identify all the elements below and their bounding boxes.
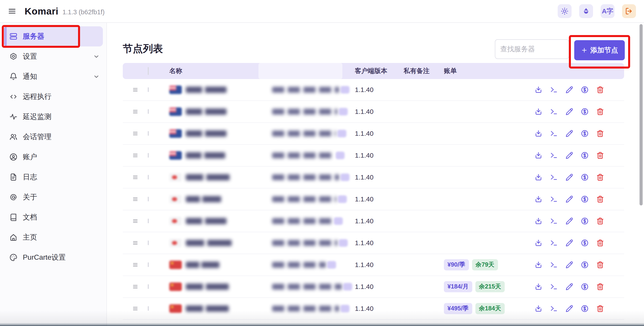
row-edit-button[interactable] bbox=[565, 151, 574, 160]
row-edit-button[interactable] bbox=[565, 261, 574, 269]
row-terminal-button[interactable] bbox=[550, 195, 558, 203]
row-edit-button[interactable] bbox=[565, 283, 574, 291]
row-checkbox[interactable] bbox=[148, 175, 149, 179]
row-download-button[interactable] bbox=[534, 107, 543, 116]
row-terminal-button[interactable] bbox=[550, 239, 558, 247]
row-download-button[interactable] bbox=[534, 86, 543, 94]
sidebar-item-home[interactable]: 主页 bbox=[4, 227, 103, 247]
column-header-private-note[interactable]: 私有备注 bbox=[404, 67, 444, 75]
drag-handle[interactable] bbox=[123, 108, 148, 115]
language-button[interactable]: A字 bbox=[600, 4, 614, 18]
row-terminal-button[interactable] bbox=[550, 129, 558, 138]
row-checkbox[interactable] bbox=[148, 219, 149, 223]
column-header-billing[interactable]: 账单 bbox=[444, 67, 531, 75]
sidebar-item-file-text[interactable]: 日志 bbox=[4, 167, 103, 187]
row-delete-button[interactable] bbox=[596, 304, 604, 313]
row-delete-button[interactable] bbox=[596, 239, 604, 247]
row-delete-button[interactable] bbox=[596, 151, 604, 160]
row-billing-button[interactable] bbox=[580, 304, 589, 313]
row-terminal-button[interactable] bbox=[550, 86, 558, 94]
row-delete-button[interactable] bbox=[596, 195, 604, 203]
row-delete-button[interactable] bbox=[596, 173, 604, 181]
add-node-button[interactable]: 添加节点 bbox=[574, 40, 625, 60]
drag-handle[interactable] bbox=[123, 240, 148, 246]
row-terminal-button[interactable] bbox=[550, 217, 558, 225]
row-download-button[interactable] bbox=[534, 283, 543, 291]
row-terminal-button[interactable] bbox=[550, 107, 558, 116]
logout-button[interactable] bbox=[622, 4, 636, 18]
row-delete-button[interactable] bbox=[596, 217, 604, 225]
row-download-button[interactable] bbox=[534, 129, 543, 138]
sidebar-item-settings[interactable]: 设置 bbox=[4, 46, 103, 67]
row-edit-button[interactable] bbox=[565, 304, 574, 313]
row-delete-button[interactable] bbox=[596, 107, 604, 116]
row-terminal-button[interactable] bbox=[550, 261, 558, 269]
drag-handle[interactable] bbox=[123, 130, 148, 137]
row-checkbox[interactable] bbox=[148, 131, 149, 136]
column-header-client-version[interactable]: 客户端版本 bbox=[355, 67, 404, 75]
appearance-button[interactable] bbox=[579, 4, 593, 18]
row-download-button[interactable] bbox=[534, 239, 543, 247]
row-billing-button[interactable] bbox=[580, 195, 589, 203]
row-billing-button[interactable] bbox=[580, 173, 589, 181]
row-edit-button[interactable] bbox=[565, 107, 574, 116]
row-delete-button[interactable] bbox=[596, 283, 604, 291]
sidebar-item-server[interactable]: 服务器 bbox=[4, 26, 103, 46]
row-delete-button[interactable] bbox=[596, 261, 604, 269]
drag-handle[interactable] bbox=[123, 261, 148, 268]
sidebar-item-palette[interactable]: PurCarte设置 bbox=[4, 247, 103, 268]
row-download-button[interactable] bbox=[534, 151, 543, 160]
sidebar-item-at-sign[interactable]: 关于 bbox=[4, 187, 103, 207]
row-checkbox[interactable] bbox=[148, 306, 149, 311]
sidebar-item-bell[interactable]: 通知 bbox=[4, 67, 103, 87]
drag-handle[interactable] bbox=[123, 305, 148, 312]
row-checkbox[interactable] bbox=[148, 240, 149, 245]
drag-handle[interactable] bbox=[123, 152, 148, 159]
drag-handle[interactable] bbox=[123, 174, 148, 181]
sidebar-item-user-circle[interactable]: 账户 bbox=[4, 147, 103, 167]
sidebar-item-activity[interactable]: 延迟监测 bbox=[4, 107, 103, 127]
drag-handle[interactable] bbox=[123, 283, 148, 290]
row-edit-button[interactable] bbox=[565, 195, 574, 203]
row-terminal-button[interactable] bbox=[550, 173, 558, 181]
row-terminal-button[interactable] bbox=[550, 283, 558, 291]
row-edit-button[interactable] bbox=[565, 86, 574, 94]
row-checkbox[interactable] bbox=[148, 153, 149, 158]
row-checkbox[interactable] bbox=[148, 87, 149, 92]
vertical-scrollbar-thumb[interactable] bbox=[640, 24, 643, 205]
select-all-checkbox[interactable] bbox=[148, 67, 149, 75]
row-billing-button[interactable] bbox=[580, 283, 589, 291]
row-terminal-button[interactable] bbox=[550, 304, 558, 313]
row-billing-button[interactable] bbox=[580, 151, 589, 160]
row-billing-button[interactable] bbox=[580, 129, 589, 138]
row-billing-button[interactable] bbox=[580, 217, 589, 225]
row-billing-button[interactable] bbox=[580, 107, 589, 116]
row-terminal-button[interactable] bbox=[550, 151, 558, 160]
sidebar-item-users[interactable]: 会话管理 bbox=[4, 127, 103, 147]
row-checkbox[interactable] bbox=[148, 197, 149, 201]
row-checkbox[interactable] bbox=[148, 262, 149, 267]
row-download-button[interactable] bbox=[534, 217, 543, 225]
row-download-button[interactable] bbox=[534, 195, 543, 203]
row-delete-button[interactable] bbox=[596, 129, 604, 138]
row-billing-button[interactable] bbox=[580, 261, 589, 269]
row-checkbox[interactable] bbox=[148, 284, 149, 289]
sidebar-item-code[interactable]: 远程执行 bbox=[4, 87, 103, 107]
row-download-button[interactable] bbox=[534, 261, 543, 269]
row-billing-button[interactable] bbox=[580, 239, 589, 247]
drag-handle[interactable] bbox=[123, 218, 148, 224]
column-header-name[interactable]: 名称 bbox=[165, 67, 272, 75]
sidebar-item-book[interactable]: 文档 bbox=[4, 207, 103, 227]
row-edit-button[interactable] bbox=[565, 217, 574, 225]
row-edit-button[interactable] bbox=[565, 129, 574, 138]
row-delete-button[interactable] bbox=[596, 86, 604, 94]
drag-handle[interactable] bbox=[123, 86, 148, 93]
theme-toggle-button[interactable] bbox=[558, 4, 572, 18]
row-edit-button[interactable] bbox=[565, 239, 574, 247]
row-download-button[interactable] bbox=[534, 304, 543, 313]
menu-toggle-button[interactable] bbox=[7, 6, 18, 16]
row-checkbox[interactable] bbox=[148, 109, 149, 114]
row-download-button[interactable] bbox=[534, 173, 543, 181]
drag-handle[interactable] bbox=[123, 196, 148, 202]
row-billing-button[interactable] bbox=[580, 86, 589, 94]
